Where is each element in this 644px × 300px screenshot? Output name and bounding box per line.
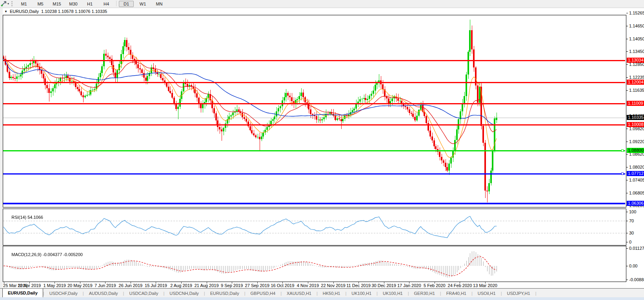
timeframe-button-d1[interactable]: D1 — [119, 1, 134, 7]
chart-tab-ger30-h1[interactable]: GER30,H1 — [409, 289, 440, 298]
timeframe-button-h4[interactable]: H4 — [99, 1, 114, 7]
date-axis-label: 16 Oct 2019 — [271, 283, 294, 288]
date-axis-label: 27 Sep 2019 — [245, 283, 269, 288]
price-axis-tick-label: 0.011277 — [629, 246, 644, 251]
axis-tick-mark — [626, 248, 628, 249]
chart-tab-xauusd-h1[interactable]: XAUUSD,H1 — [282, 289, 317, 298]
collapse-triangle-icon[interactable]: ▼ — [4, 10, 7, 13]
hline-price-label[interactable]: 1.10008 — [627, 122, 644, 127]
axis-tick-mark — [626, 13, 628, 13]
chart-tab-usdchf-daily[interactable]: USDCHF,Daily — [44, 289, 83, 298]
date-axis-label: 24 Feb 2020 — [448, 283, 472, 288]
axis-tick-mark — [626, 221, 628, 221]
chart-tab-usdcnh-daily[interactable]: USDCNH,Daily — [164, 289, 204, 298]
hline-price-label[interactable]: 1.11009 — [627, 101, 644, 106]
date-axis-label: 11 Dec 2019 — [346, 283, 371, 288]
date-axis-label: 22 Nov 2019 — [321, 283, 345, 288]
date-axis-label: 21 Aug 2019 — [195, 283, 219, 288]
rsi-canvas[interactable] — [3, 209, 625, 244]
chart-title-row: ▼ EURUSD,Daily 1.10238 1.10578 1.10076 1… — [3, 8, 626, 15]
date-axis-label: 26 Jun 2019 — [119, 283, 143, 288]
price-axis-tick-label: 0.00 — [629, 264, 637, 268]
tab-separator: | — [535, 289, 537, 298]
rsi-panel[interactable] — [3, 209, 626, 245]
chart-tab-eurusd-daily[interactable]: EURUSD,Daily — [2, 289, 43, 298]
axis-tick-mark — [626, 193, 628, 193]
date-axis-label: 17 Jan 2020 — [397, 283, 421, 288]
hline-price-label[interactable]: 1.07712 — [627, 171, 644, 176]
price-axis-tick-label: 1.15265 — [629, 11, 644, 15]
price-axis-tick-label: 1.11635 — [629, 88, 644, 93]
timeframe-buttons: M1M5M15M30H1H4D1W1MN — [16, 1, 167, 7]
axis-tick-mark — [626, 26, 628, 26]
timeframe-toolbar: ▾ M1M5M15M30H1H4D1W1MN — [0, 0, 644, 8]
timeframe-button-m30[interactable]: M30 — [66, 1, 81, 7]
axis-tick-mark — [626, 77, 628, 78]
current-price-label: 1.10335 — [627, 115, 644, 120]
date-axis-label: 4 Nov 2019 — [297, 283, 319, 288]
axis-tick-mark — [626, 90, 628, 91]
price-axis-tick-label: 1.06805 — [629, 191, 644, 195]
chart-tab-uk100-h1[interactable]: UK100,H1 — [378, 289, 408, 298]
hline-price-label[interactable]: 1.06306 — [627, 201, 644, 206]
candlestick-canvas[interactable] — [3, 15, 625, 206]
price-axis-tick-label: 1.12235 — [629, 75, 644, 80]
date-axis-label: 7 Jun 2019 — [95, 283, 116, 288]
macd-canvas[interactable] — [3, 246, 625, 281]
axis-tick-mark — [626, 266, 628, 266]
chart-tab-hk50-h1[interactable]: HK50,H1 — [318, 289, 346, 298]
toolbar-grip-handle[interactable] — [11, 1, 13, 6]
toolbar-separator — [116, 1, 116, 6]
price-axis-tick-label: 70 — [629, 218, 634, 223]
timeframe-button-m15[interactable]: M15 — [49, 1, 64, 7]
tool-dropdown-caret-icon[interactable]: ▾ — [7, 2, 9, 5]
axis-tick-mark — [626, 212, 628, 212]
status-strip — [0, 297, 644, 300]
hline-price-label[interactable]: 1.12004 — [627, 80, 644, 85]
axis-tick-mark — [626, 142, 628, 142]
price-axis-tick-label: 0 — [629, 240, 631, 244]
date-axis-label: 5 Feb 2020 — [424, 283, 446, 288]
axis-tick-mark — [626, 167, 628, 167]
chart-tab-uk100-h1[interactable]: UK100,H1 — [346, 289, 377, 298]
date-axis-label: 2 Aug 2019 — [170, 283, 192, 288]
timeframe-button-m1[interactable]: M1 — [16, 1, 31, 7]
macd-panel[interactable] — [3, 246, 626, 282]
axis-tick-mark — [626, 233, 628, 233]
date-axis[interactable]: 25 Mar 201912 Apr 20191 May 201920 May 2… — [3, 282, 626, 288]
chart-tab-eurusd-daily[interactable]: EURUSD,Daily — [205, 289, 244, 298]
chart-tab-usoil-h1[interactable]: USOil,H1 — [473, 289, 501, 298]
chart-tab-gbpusd-h4[interactable]: GBPUSD,H4 — [246, 289, 281, 298]
price-axis[interactable]: 1.152651.146501.140501.134501.128501.122… — [626, 8, 644, 288]
hline-price-label[interactable]: 1.13034 — [627, 58, 644, 63]
axis-tick-mark — [626, 129, 628, 129]
trendline-tool-icon[interactable] — [1, 1, 7, 7]
price-axis-tick-label: 1.14650 — [629, 24, 644, 28]
price-chart-panel[interactable] — [3, 15, 626, 207]
macd-indicator-label: MACD(12,26,9) -0.004377 -0.005200 — [7, 247, 83, 262]
chart-tab-usdjpy-h1[interactable]: USDJPY,H1 — [502, 289, 535, 298]
date-axis-label: 13 Mar 2020 — [473, 283, 497, 288]
price-axis-tick-label: -0.008845 — [629, 277, 644, 282]
date-axis-label: 15 Jul 2019 — [145, 283, 167, 288]
timeframe-button-mn[interactable]: MN — [152, 1, 167, 7]
hline-price-label[interactable]: 1.08800 — [627, 148, 644, 153]
date-axis-label: 12 Apr 2019 — [18, 283, 41, 288]
timeframe-button-m5[interactable]: M5 — [33, 1, 48, 7]
chart-tab-audusd-daily[interactable]: AUDUSD,Daily — [84, 289, 123, 298]
price-axis-tick-label: 30 — [629, 231, 634, 235]
timeframe-button-h1[interactable]: H1 — [82, 1, 97, 7]
axis-tick-mark — [626, 280, 628, 280]
chart-tab-fra40-h1[interactable]: FRA40,H1 — [441, 289, 471, 298]
chart-tab-usdcad-daily[interactable]: USDCAD,Daily — [124, 289, 163, 298]
axis-tick-mark — [626, 180, 628, 180]
chart-tabs-bar: EURUSD,Daily|USDCHF,Daily|AUDUSD,Daily|U… — [0, 288, 644, 298]
timeframe-button-w1[interactable]: W1 — [135, 1, 150, 7]
axis-tick-mark — [626, 242, 628, 242]
axis-tick-mark — [626, 154, 628, 155]
mt4-application-window: ▾ M1M5M15M30H1H4D1W1MN ▼ EURUSD,Daily 1.… — [0, 0, 644, 300]
axis-tick-mark — [626, 39, 628, 39]
price-axis-tick-label: 1.09820 — [629, 126, 644, 131]
price-axis-tick-label: 1.09220 — [629, 139, 644, 144]
date-axis-label: 9 Sep 2019 — [221, 283, 243, 288]
